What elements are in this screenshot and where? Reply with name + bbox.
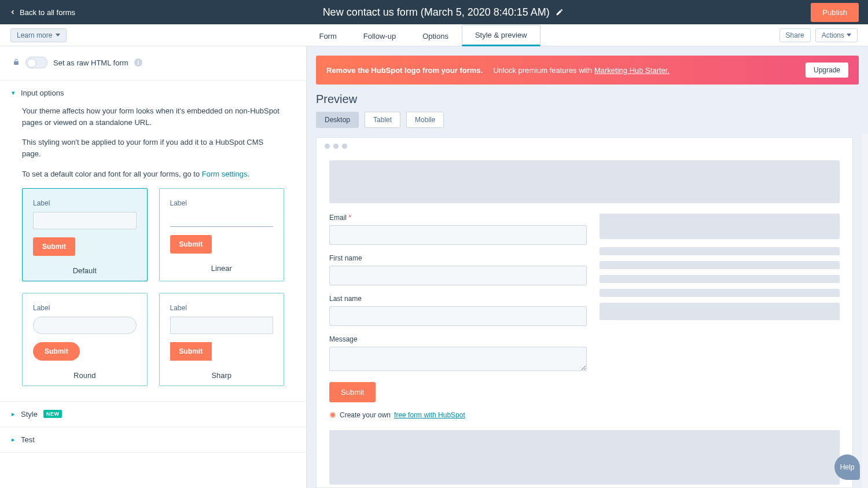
back-to-forms-link[interactable]: Back to all forms: [9, 8, 75, 17]
device-tab-desktop[interactable]: Desktop: [316, 112, 359, 128]
caret-down-icon: [56, 34, 60, 36]
preview-title: Preview: [307, 85, 868, 112]
field-label-lastname: Last name: [329, 295, 587, 303]
preview-form: Email * First name Last name Message Sub…: [329, 214, 587, 420]
promo-text-prefix: Unlock premium features with: [493, 66, 594, 75]
theme-grid: Label Submit Default Label Submit Linear…: [22, 188, 284, 386]
device-tab-mobile[interactable]: Mobile: [406, 112, 444, 128]
theme-sample-input: [33, 212, 137, 229]
dot-icon: [333, 144, 339, 149]
sidebar: Set as raw HTML form i ▾ Input options Y…: [0, 46, 307, 488]
theme-label: Label: [170, 304, 274, 312]
placeholder-banner: [329, 160, 840, 203]
section-input-options: ▾ Input options Your theme affects how y…: [0, 80, 306, 402]
actions-label: Actions: [822, 31, 844, 39]
placeholder-line: [599, 275, 840, 283]
share-button[interactable]: Share: [779, 28, 811, 42]
theme-sample-submit: Submit: [33, 237, 75, 256]
help-text-2: This styling won't be applied to your fo…: [22, 137, 284, 160]
page-title-wrap: New contact us form (March 5, 2020 8:40:…: [323, 6, 564, 19]
main-tabs: Form Follow-up Options Style & preview: [306, 24, 540, 46]
field-label-text: Email: [329, 214, 347, 222]
main: Set as raw HTML form i ▾ Input options Y…: [0, 46, 868, 488]
placeholder-line: [599, 261, 840, 269]
theme-card-sharp[interactable]: Label Submit Sharp: [159, 293, 285, 386]
device-tabs: Desktop Tablet Mobile: [307, 112, 868, 134]
placeholder-sidebar: [599, 214, 840, 420]
promo-text: Unlock premium features with Marketing H…: [493, 66, 670, 75]
placeholder-line: [599, 247, 840, 255]
theme-card-default[interactable]: Label Submit Default: [22, 188, 148, 281]
email-field[interactable]: [329, 225, 587, 245]
theme-name: Sharp: [170, 371, 274, 380]
theme-sample-input: [33, 317, 137, 334]
edit-title-icon[interactable]: [556, 8, 564, 16]
section-header-test[interactable]: ▸ Test: [0, 427, 306, 452]
actions-button[interactable]: Actions: [815, 28, 858, 42]
tab-form[interactable]: Form: [306, 25, 350, 46]
preview-pane: Remove the HubSpot logo from your forms.…: [307, 46, 868, 488]
help-fab[interactable]: Help: [834, 454, 860, 480]
theme-sample-submit: Submit: [170, 235, 212, 254]
credit-prefix: Create your own: [340, 411, 391, 419]
placeholder-footer: [329, 430, 840, 485]
upgrade-button[interactable]: Upgrade: [806, 63, 848, 78]
theme-label: Label: [170, 199, 274, 207]
chevron-down-icon: ▾: [12, 89, 15, 97]
form-settings-link[interactable]: Form settings.: [202, 170, 249, 178]
caret-down-icon: [847, 34, 851, 36]
lastname-field[interactable]: [329, 306, 587, 326]
hubspot-credit: ✺ Create your own free form with HubSpot: [329, 410, 587, 420]
required-mark: *: [348, 214, 351, 222]
message-field[interactable]: [329, 347, 587, 371]
learn-more-button[interactable]: Learn more: [10, 28, 67, 42]
section-title: Input options: [21, 89, 64, 97]
tab-options[interactable]: Options: [409, 25, 462, 46]
field-label-firstname: First name: [329, 254, 587, 262]
preview-scrollbar[interactable]: [862, 134, 868, 488]
promo-link[interactable]: Marketing Hub Starter.: [594, 66, 670, 75]
section-test: ▸ Test: [0, 427, 306, 453]
section-body-input-options: Your theme affects how your form looks w…: [0, 105, 306, 401]
theme-name: Round: [33, 371, 137, 380]
raw-html-row: Set as raw HTML form i: [0, 46, 306, 80]
browser-dots: [317, 138, 852, 155]
theme-sample-input: [170, 212, 274, 227]
section-title: Style: [21, 410, 38, 419]
chevron-right-icon: ▸: [12, 410, 15, 418]
theme-name: Default: [33, 266, 137, 275]
firstname-field[interactable]: [329, 266, 587, 285]
help-text-3: To set a default color and font for all …: [22, 168, 284, 180]
section-header-input-options[interactable]: ▾ Input options: [0, 80, 306, 105]
section-title: Test: [21, 435, 35, 444]
help-text-3-prefix: To set a default color and font for all …: [22, 170, 202, 178]
placeholder-line: [599, 289, 840, 297]
back-label: Back to all forms: [20, 8, 75, 17]
placeholder-line: [599, 214, 840, 239]
device-tab-tablet[interactable]: Tablet: [365, 112, 400, 128]
theme-sample-submit: Submit: [170, 342, 212, 361]
promo-banner: Remove the HubSpot logo from your forms.…: [316, 56, 859, 85]
theme-card-round[interactable]: Label Submit Round: [22, 293, 148, 386]
tab-style-preview[interactable]: Style & preview: [462, 25, 540, 46]
dot-icon: [342, 144, 347, 149]
browser-frame: Email * First name Last name Message Sub…: [316, 137, 853, 488]
hubspot-sprocket-icon: ✺: [329, 410, 336, 420]
preview-submit-button[interactable]: Submit: [329, 382, 376, 402]
chevron-right-icon: ▸: [12, 436, 15, 443]
chevron-left-icon: [9, 9, 16, 16]
tab-follow-up[interactable]: Follow-up: [350, 25, 409, 46]
section-header-style[interactable]: ▸ Style NEW: [0, 402, 306, 427]
publish-button[interactable]: Publish: [811, 3, 859, 22]
field-label-message: Message: [329, 335, 587, 343]
dot-icon: [325, 144, 330, 149]
raw-html-label: Set as raw HTML form: [53, 58, 128, 67]
topbar: Back to all forms New contact us form (M…: [0, 0, 868, 24]
raw-html-toggle[interactable]: [25, 57, 47, 68]
theme-card-linear[interactable]: Label Submit Linear: [159, 188, 285, 281]
credit-link[interactable]: free form with HubSpot: [394, 411, 465, 419]
info-icon[interactable]: i: [134, 58, 142, 67]
promo-bold: Remove the HubSpot logo from your forms.: [326, 66, 483, 75]
page-title: New contact us form (March 5, 2020 8:40:…: [323, 6, 550, 19]
theme-sample-input: [170, 317, 274, 334]
